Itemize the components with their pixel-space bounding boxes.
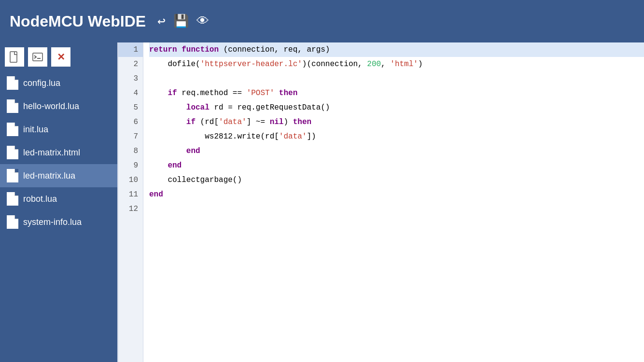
file-name-label: init.lua: [23, 125, 48, 135]
sidebar-item-init-lua[interactable]: init.lua: [0, 118, 117, 141]
new-file-button[interactable]: [5, 47, 24, 67]
code-line-7: ws2812.write(rd['data']): [149, 129, 644, 144]
line-number-3: 3: [118, 71, 143, 86]
file-icon: [7, 146, 18, 159]
file-icon: [7, 123, 18, 136]
code-line-3: [149, 71, 644, 86]
file-name-label: config.lua: [23, 78, 60, 88]
code-line-8: end: [149, 144, 644, 158]
sidebar-item-led-matrix-lua[interactable]: led-matrix.lua: [0, 164, 117, 187]
close-button[interactable]: ✕: [51, 47, 70, 67]
sidebar: ✕ config.luahello-world.luainit.lualed-m…: [0, 42, 117, 362]
sidebar-item-led-matrix-html[interactable]: led-matrix.html: [0, 141, 117, 164]
code-line-10: collectgarbage(): [149, 173, 644, 187]
line-numbers: 123456789101112: [118, 42, 143, 362]
file-name-label: led-matrix.html: [23, 148, 80, 158]
app-header: NodeMCU WebIDE ↩ 💾 👁: [0, 0, 644, 42]
app-title: NodeMCU WebIDE: [10, 13, 146, 30]
view-icon[interactable]: 👁: [196, 14, 209, 29]
code-line-1: return function (connection, req, args): [149, 42, 644, 57]
line-number-1: 1: [118, 42, 143, 57]
sidebar-item-robot-lua[interactable]: robot.lua: [0, 187, 117, 210]
code-line-11: end: [149, 187, 644, 202]
file-icon: [7, 99, 18, 113]
terminal-icon: [32, 53, 43, 61]
line-number-12: 12: [118, 202, 143, 216]
editor-content: 123456789101112 return function (connect…: [118, 42, 644, 362]
sidebar-item-hello-world-lua[interactable]: hello-world.lua: [0, 95, 117, 118]
svg-rect-1: [33, 53, 42, 61]
line-number-9: 9: [118, 158, 143, 173]
code-line-2: dofile('httpserver-header.lc')(connectio…: [149, 57, 644, 71]
file-name-label: system-info.lua: [23, 217, 82, 227]
code-line-4: if req.method == 'POST' then: [149, 86, 644, 100]
file-name-label: led-matrix.lua: [23, 171, 75, 181]
line-number-10: 10: [118, 173, 143, 187]
file-icon: [7, 76, 18, 90]
code-area[interactable]: return function (connection, req, args) …: [143, 42, 644, 362]
line-number-11: 11: [118, 187, 143, 202]
sidebar-item-system-info-lua[interactable]: system-info.lua: [0, 210, 117, 234]
line-number-7: 7: [118, 129, 143, 144]
line-number-2: 2: [118, 57, 143, 71]
file-list: config.luahello-world.luainit.lualed-mat…: [0, 71, 117, 234]
code-editor[interactable]: 123456789101112 return function (connect…: [117, 42, 644, 362]
file-name-label: robot.lua: [23, 194, 57, 204]
line-number-6: 6: [118, 115, 143, 129]
code-line-12: [149, 202, 644, 216]
sidebar-item-config-lua[interactable]: config.lua: [0, 71, 117, 95]
undo-icon[interactable]: ↩: [157, 13, 166, 29]
file-icon: [7, 215, 18, 229]
save-icon[interactable]: 💾: [173, 14, 189, 29]
terminal-button[interactable]: [28, 47, 47, 67]
code-line-9: end: [149, 158, 644, 173]
main-layout: ✕ config.luahello-world.luainit.lualed-m…: [0, 42, 644, 362]
sidebar-toolbar: ✕: [0, 44, 117, 70]
new-file-icon: [10, 51, 19, 63]
line-number-4: 4: [118, 86, 143, 100]
line-number-5: 5: [118, 100, 143, 115]
code-line-6: if (rd['data'] ~= nil) then: [149, 115, 644, 129]
line-number-8: 8: [118, 144, 143, 158]
file-icon: [7, 192, 18, 206]
file-icon: [7, 169, 18, 182]
file-name-label: hello-world.lua: [23, 101, 79, 111]
code-line-5: local rd = req.getRequestData(): [149, 100, 644, 115]
